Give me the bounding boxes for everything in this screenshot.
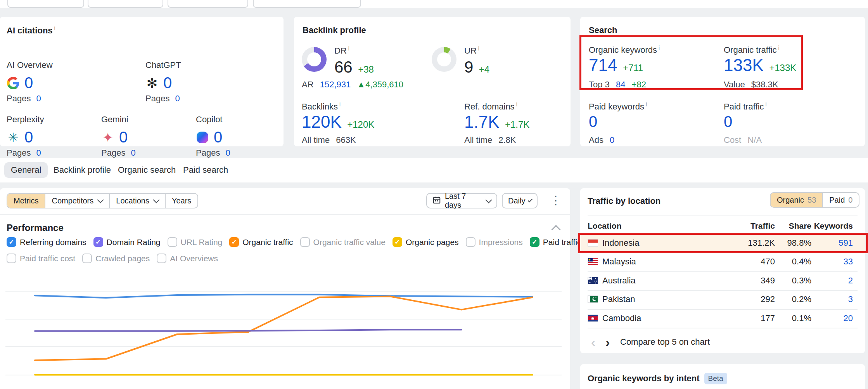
toggle-organic[interactable]: Organic53 — [771, 193, 823, 207]
toolbar-filter-button[interactable] — [88, 0, 163, 8]
paid-keywords-label: Paid keywordsi — [589, 101, 647, 112]
checkbox-box: ✓ — [93, 237, 103, 247]
checkbox-domain-rating[interactable]: ✓Domain Rating — [93, 237, 161, 247]
australia-flag-icon — [588, 277, 598, 286]
engine-count[interactable]: 0 — [119, 129, 128, 146]
keywords-link[interactable]: 2 — [848, 276, 853, 286]
engine-count[interactable]: 0 — [163, 74, 172, 92]
tab-paid-search[interactable]: Paid search — [176, 162, 235, 178]
segment-years[interactable]: Years — [166, 194, 197, 208]
intent-title-row: Organic keywords by intent Beta — [588, 373, 727, 384]
toggle-paid[interactable]: Paid0 — [823, 193, 859, 207]
collapse-chevron-up-icon[interactable] — [551, 225, 560, 234]
organic-traffic-value-link[interactable]: 133K — [724, 56, 764, 75]
checkbox-paid-traffic[interactable]: ✓Paid traffic — [530, 237, 581, 247]
traffic-value: 131.2K — [748, 238, 775, 248]
pages-count-link[interactable]: 0 — [226, 148, 230, 158]
ads-value-link[interactable]: 0 — [610, 135, 614, 145]
traffic-by-location-title: Traffic by location — [588, 196, 661, 206]
keywords-link[interactable]: 33 — [844, 257, 853, 267]
engine-count[interactable]: 0 — [24, 129, 33, 146]
pagination-prev-icon[interactable]: ‹ — [591, 335, 595, 350]
checkbox-organic-traffic[interactable]: ✓Organic traffic — [229, 237, 293, 247]
backlink-profile-title: Backlink profile — [303, 25, 366, 35]
view-segmented-control: Metrics Competitors Locations Years — [7, 193, 198, 208]
location-name: Australia — [602, 276, 636, 286]
keywords-link[interactable]: 591 — [839, 238, 853, 248]
domain-overview-page: AI citationsi AI Overview 0 Pages 0 Chat… — [0, 0, 868, 389]
engine-count[interactable]: 0 — [24, 74, 33, 92]
organic-keywords-delta: +711 — [623, 63, 643, 73]
checkbox-ai-overviews[interactable]: AI Overviews — [157, 254, 218, 263]
segment-competitors[interactable]: Competitors — [45, 194, 110, 208]
performance-chart — [5, 272, 562, 389]
info-icon[interactable]: i — [339, 101, 341, 108]
share-value: 98.8% — [787, 238, 811, 248]
pagination-next-icon[interactable]: › — [605, 335, 610, 350]
chart-line-organic-traffic — [35, 297, 533, 361]
kebab-menu-icon[interactable]: ⋮ — [550, 194, 562, 206]
keywords-by-intent-card: Organic keywords by intent Beta — [580, 364, 865, 389]
table-row-australia[interactable]: Australia 349 0.3% 2 — [580, 271, 865, 290]
checkbox-url-rating[interactable]: URL Rating — [168, 237, 223, 247]
chatgpt-icon: ✻ — [145, 76, 159, 90]
info-icon[interactable]: i — [659, 45, 660, 51]
ar-value-link[interactable]: 152,931 — [320, 80, 351, 89]
segment-metrics[interactable]: Metrics — [7, 194, 45, 208]
pages-count-link[interactable]: 0 — [36, 148, 41, 158]
checkbox-crawled-pages[interactable]: Crawled pages — [82, 254, 150, 263]
engine-label: ChatGPT — [145, 60, 181, 70]
organic-keywords-value-link[interactable]: 714 — [589, 56, 617, 75]
traffic-value-row: Value $38.3K — [724, 80, 778, 90]
info-icon[interactable]: i — [348, 45, 349, 52]
backlinks-value-link[interactable]: 120K — [302, 112, 342, 131]
compare-top5-link[interactable]: Compare top 5 on chart — [620, 337, 710, 347]
pages-count-link[interactable]: 0 — [36, 94, 41, 103]
table-row-indonesia[interactable]: Indonesia 131.2K 98.8% 591 — [580, 234, 865, 252]
pages-count-link[interactable]: 0 — [175, 94, 180, 103]
ref-domains-value-link[interactable]: 1.7K — [464, 112, 500, 131]
traffic-value: 292 — [761, 294, 775, 304]
pages-count-link[interactable]: 0 — [131, 148, 136, 158]
engine-value-row: 0 — [7, 74, 33, 92]
checkbox-referring-domains[interactable]: ✓Referring domains — [7, 237, 86, 247]
dr-value-row: 66 +38 — [334, 58, 374, 76]
divider — [588, 215, 858, 215]
info-icon[interactable]: i — [778, 45, 780, 51]
organic-count: 53 — [807, 196, 816, 205]
info-icon[interactable]: i — [54, 25, 55, 31]
tab-backlink-profile[interactable]: Backlink profile — [47, 162, 118, 178]
checkbox-organic-pages[interactable]: ✓Organic pages — [393, 237, 459, 247]
google-icon — [7, 76, 20, 90]
table-row-malaysia[interactable]: Malaysia 470 0.4% 33 — [580, 252, 865, 271]
chevron-down-icon — [97, 197, 104, 203]
table-row-pakistan[interactable]: Pakistan 292 0.2% 3 — [580, 290, 865, 309]
toolbar-filter-button[interactable] — [168, 0, 248, 8]
tab-organic-search[interactable]: Organic search — [111, 162, 182, 178]
info-icon[interactable]: i — [646, 101, 647, 108]
checkbox-organic-traffic-value[interactable]: Organic traffic value — [300, 237, 386, 247]
info-icon[interactable]: i — [516, 101, 517, 108]
ref-domains-alltime: All time 2.8K — [464, 135, 516, 145]
paid-traffic-value-link[interactable]: 0 — [724, 113, 732, 130]
table-row-cambodia[interactable]: Cambodia 177 0.1% 20 — [580, 309, 865, 328]
info-icon[interactable]: i — [478, 45, 479, 52]
engine-pages: Pages 0 — [101, 148, 136, 158]
toolbar-filter-button[interactable] — [7, 0, 84, 8]
checkbox-impressions[interactable]: Impressions — [466, 237, 523, 247]
top3-value-link[interactable]: 84 — [616, 80, 625, 89]
keywords-link[interactable]: 20 — [844, 313, 853, 323]
paid-keywords-value-link[interactable]: 0 — [589, 113, 597, 130]
checkbox-box — [168, 237, 177, 247]
checkbox-box: ✓ — [393, 237, 402, 247]
granularity-button[interactable]: Daily — [502, 193, 538, 208]
segment-locations[interactable]: Locations — [110, 194, 166, 208]
info-icon[interactable]: i — [766, 101, 767, 108]
tab-general[interactable]: General — [4, 162, 48, 178]
keywords-link[interactable]: 3 — [848, 294, 853, 304]
engine-count[interactable]: 0 — [214, 129, 222, 146]
toolbar-filter-button[interactable] — [253, 0, 361, 8]
date-range-button[interactable]: Last 7 days — [426, 193, 497, 208]
checkbox-paid-traffic-cost[interactable]: Paid traffic cost — [7, 254, 75, 263]
column-header-location: Location — [588, 221, 622, 231]
